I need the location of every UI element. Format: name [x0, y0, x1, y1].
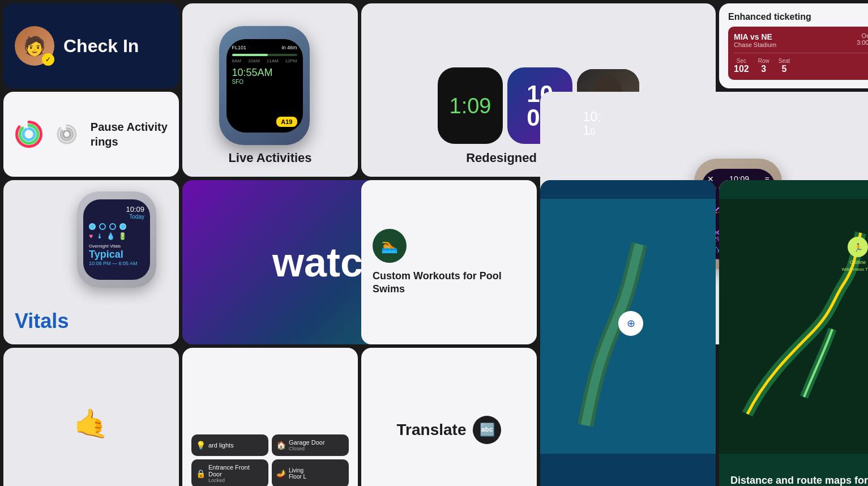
svg-text:🏃: 🏃: [853, 243, 863, 253]
widget-garage[interactable]: 🏠 Garage Door Closed: [272, 434, 349, 456]
garage-icon: 🏠: [276, 441, 286, 450]
flight-times: 8AM10AM11AM12PM: [232, 58, 297, 63]
sec-label: Sec: [734, 58, 749, 64]
live-label: Live Activities: [228, 151, 311, 165]
svg-text:Outline: Outline: [850, 259, 866, 265]
vitals-hours: 10:08 PM — 6:05 AM: [89, 261, 138, 266]
flight-status: in 46m: [281, 45, 297, 50]
flight-info: FL101 in 46m: [232, 45, 297, 50]
swim-icon: 🏊: [373, 229, 407, 263]
pool-label: Custom Workouts for Pool Swims: [373, 270, 525, 296]
ticket-divider: [734, 53, 868, 53]
dot-a: [89, 223, 96, 230]
seat-value: 5: [779, 64, 790, 74]
paused-rings-icon: [57, 120, 77, 148]
vitals-today: Today: [89, 214, 144, 220]
translate-card: Translate 🔤: [361, 348, 537, 486]
distance-label: Distance and route maps for more workout…: [730, 474, 868, 486]
smarthome-card: 🤙 Double tap API: [3, 348, 179, 486]
svg-rect-11: [719, 199, 868, 454]
dot-c: [109, 223, 116, 230]
lock-icon: 🔒: [196, 469, 206, 478]
row-value: 3: [758, 64, 769, 74]
photo-watch-1: 1:09: [438, 67, 503, 144]
ticket-matchup: MIA vs NE: [734, 32, 776, 41]
ticket-sec: Sec 102: [734, 58, 749, 74]
entrance-label: Entrance Front Door: [208, 464, 264, 478]
checkin-title: Check In: [63, 36, 139, 57]
breath-icon: 💧: [106, 232, 115, 240]
ticket-stats: Sec 102 Row 3 Seat 5: [734, 58, 868, 74]
main-grid: 🧑 ✓ Check In Pause Activity rings FL101: [0, 0, 868, 486]
vitals-watch-body: 10:09 Today ♥ 🌡 💧 🔋 Overnight Vit: [77, 191, 156, 288]
entrance-status: Locked: [208, 478, 264, 483]
ticketing-card: Enhanced ticketing MIA vs NE Chase Stadi…: [719, 3, 868, 88]
watch-screen: FL101 in 46m 8AM10AM11AM12PM 10:55AM SFO…: [226, 39, 303, 133]
heart-icon: ♥: [89, 232, 93, 240]
temp-icon: 🌡: [96, 232, 103, 240]
ticket-row: Row 3: [758, 58, 769, 74]
flight-progress-bg: [232, 54, 297, 56]
entrance-text: Entrance Front Door Locked: [208, 464, 264, 483]
pause-title: Pause Activity rings: [91, 121, 168, 148]
living-label: LivingFloor L: [289, 467, 306, 480]
checkin-card: 🧑 ✓ Check In: [3, 3, 179, 88]
ticket-date: Oct 19: [857, 32, 868, 39]
flight-depart-time: 10:55AM: [232, 67, 297, 79]
vitals-watch: 10:09 Today ♥ 🌡 💧 🔋 Overnight Vit: [77, 191, 168, 302]
vitals-card: 10:09 Today ♥ 🌡 💧 🔋 Overnight Vit: [3, 180, 179, 344]
vitals-icons: ♥ 🌡 💧 🔋: [89, 232, 127, 240]
widget-entrance[interactable]: 🔒 Entrance Front Door Locked: [191, 459, 268, 486]
flight-number: FL101: [232, 45, 247, 50]
live-watch: FL101 in 46m 8AM10AM11AM12PM 10:55AM SFO…: [219, 26, 321, 151]
ticketing-title: Enhanced ticketing: [728, 12, 811, 22]
vitals-label: Vitals: [15, 309, 69, 333]
hiking-map-svg: ⊕: [540, 180, 716, 472]
widgets-row-1: 💡 ard lights 🏠 Garage Door Closed: [191, 434, 349, 456]
translate-icon: 🔤: [473, 416, 501, 444]
dot-d: [119, 223, 126, 230]
watch1-time: 1:09: [450, 95, 491, 117]
distance-map-svg: 🏃 Outline Wilderness Trail: [719, 180, 868, 472]
ticket-seat: Seat 5: [779, 58, 790, 74]
widget-living[interactable]: 🪔 LivingFloor L: [272, 459, 349, 486]
ticket-matchup-container: MIA vs NE Chase Stadium: [734, 32, 776, 48]
row-label: Row: [758, 58, 769, 64]
pause-card: Pause Activity rings: [3, 92, 179, 177]
watch-body: FL101 in 46m 8AM10AM11AM12PM 10:55AM SFO…: [219, 26, 310, 145]
activity-rings-icon: [15, 114, 43, 154]
hiking-card: ⊕ Turn-by-turn hiking navigation: [540, 180, 716, 486]
sec-value: 102: [734, 64, 749, 74]
vitals-dots: [89, 223, 126, 230]
garage-status: Closed: [289, 446, 325, 451]
hand-icon: 🤙: [74, 407, 109, 440]
live-activities-card: FL101 in 46m 8AM10AM11AM12PM 10:55AM SFO…: [182, 3, 358, 177]
garage-label: Garage Door: [289, 439, 325, 446]
svg-point-5: [63, 131, 71, 138]
ticket-venue: Chase Stadium: [734, 41, 776, 48]
flight-progress-fill: [232, 54, 268, 56]
widget-yard-lights[interactable]: 💡 ard lights: [191, 434, 268, 456]
vitals-status: Typical: [89, 249, 123, 261]
ticket-time: 3:00 PM: [857, 39, 868, 46]
avatar: 🧑 ✓: [15, 26, 54, 66]
widgets-card: 💡 ard lights 🏠 Garage Door Closed 🔒 Entr…: [182, 348, 358, 486]
yard-lights-label: ard lights: [208, 442, 234, 449]
ticket-card: MIA vs NE Chase Stadium Oct 19 3:00 PM S…: [728, 27, 868, 80]
svg-point-2: [23, 129, 35, 140]
ticket-header: MIA vs NE Chase Stadium Oct 19 3:00 PM: [734, 32, 868, 48]
vitals-overnight: Overnight Vitals: [89, 244, 121, 249]
pause-text-container: Pause Activity rings: [91, 120, 168, 149]
check-badge: ✓: [42, 53, 54, 66]
dot-b: [99, 223, 106, 230]
ticket-date-container: Oct 19 3:00 PM: [857, 32, 868, 46]
vitals-watch-screen: 10:09 Today ♥ 🌡 💧 🔋 Overnight Vit: [83, 199, 150, 280]
vitals-time: 10:09: [89, 205, 144, 214]
svg-text:⊕: ⊕: [627, 318, 635, 329]
watch3-time: 10:10: [583, 110, 601, 137]
flight-city: SFO: [232, 79, 297, 85]
translate-label: Translate: [397, 421, 467, 439]
sleep-icon: 🔋: [118, 232, 127, 240]
pool-card: 🏊 Custom Workouts for Pool Swims: [361, 180, 537, 344]
translate-symbol: 🔤: [480, 423, 495, 437]
